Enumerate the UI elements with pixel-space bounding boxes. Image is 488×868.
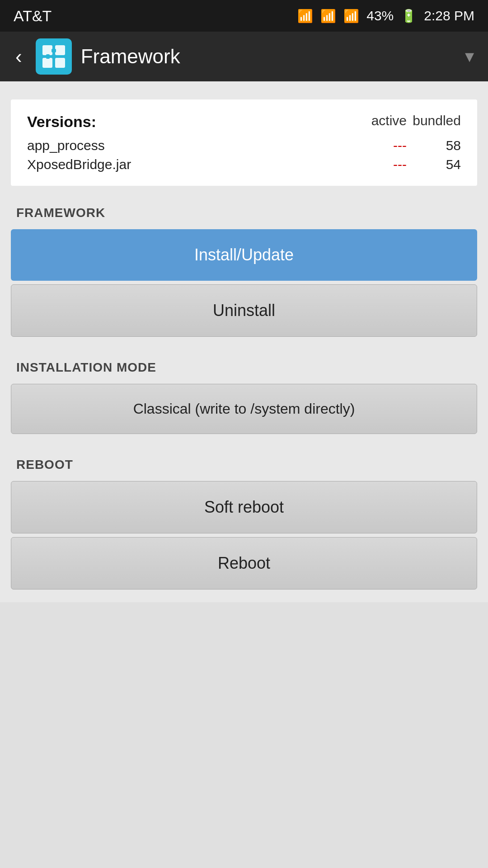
col-bundled-header: bundled	[407, 113, 461, 131]
app-process-values: --- 58	[352, 138, 461, 153]
versions-header: Versions: active bundled	[27, 113, 461, 131]
uninstall-button[interactable]: Uninstall	[11, 284, 477, 337]
time-label: 2:28 PM	[424, 8, 474, 24]
main-content: Versions: active bundled app_process ---…	[0, 81, 488, 602]
battery-label: 43%	[366, 8, 394, 24]
svg-rect-2	[55, 45, 65, 55]
installation-mode-button[interactable]: Classical (write to /system directly)	[11, 384, 477, 434]
app-icon	[36, 38, 72, 75]
battery-icon: 🔋	[401, 9, 417, 24]
app-process-bundled: 58	[407, 138, 461, 153]
svg-rect-5	[52, 49, 56, 52]
wifi-icon: 📶	[320, 9, 336, 24]
versions-card: Versions: active bundled app_process ---…	[11, 99, 477, 186]
table-row: app_process --- 58	[27, 138, 461, 153]
status-bar: AT&T 📶 📶 📶 43% 🔋 2:28 PM	[0, 0, 488, 32]
svg-rect-4	[46, 54, 50, 59]
app-process-active: ---	[352, 138, 407, 153]
svg-rect-0	[42, 45, 52, 55]
puzzle-icon	[40, 43, 67, 70]
table-row: XposedBridge.jar --- 54	[27, 157, 461, 172]
installation-mode-label: INSTALLATION MODE	[0, 349, 488, 380]
xposedbridge-values: --- 54	[352, 157, 461, 172]
signal-icon: 📶	[343, 9, 359, 24]
app-bar-title: Framework	[81, 45, 453, 68]
versions-col-headers: active bundled	[352, 113, 461, 131]
xposedbridge-label: XposedBridge.jar	[27, 157, 131, 172]
status-icons: 📶 📶 📶 43% 🔋 2:28 PM	[297, 8, 474, 24]
versions-label: Versions:	[27, 113, 96, 131]
app-bar: ‹ Framework ▼	[0, 32, 488, 81]
install-update-button[interactable]: Install/Update	[11, 229, 477, 281]
app-process-label: app_process	[27, 138, 105, 153]
framework-section-label: FRAMEWORK	[0, 195, 488, 226]
xposedbridge-bundled: 54	[407, 157, 461, 172]
col-active-header: active	[352, 113, 407, 131]
section-gap-2	[0, 438, 488, 447]
reboot-section-label: REBOOT	[0, 447, 488, 477]
reboot-button[interactable]: Reboot	[11, 537, 477, 590]
xposedbridge-active: ---	[352, 157, 407, 172]
carrier-label: AT&T	[14, 7, 52, 25]
svg-rect-3	[55, 58, 65, 68]
soft-reboot-button[interactable]: Soft reboot	[11, 481, 477, 533]
back-button[interactable]: ‹	[11, 41, 27, 72]
nfc-icon: 📶	[297, 9, 313, 24]
svg-rect-1	[42, 58, 52, 68]
section-gap-1	[0, 340, 488, 349]
signal-arrow: ▼	[462, 48, 477, 66]
